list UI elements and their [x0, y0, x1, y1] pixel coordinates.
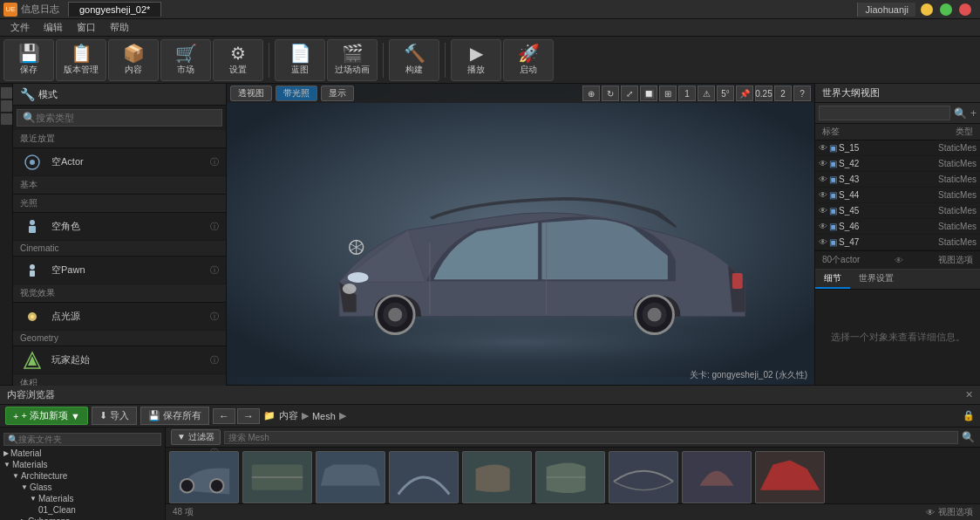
car-svg [227, 84, 814, 385]
lock-icon[interactable]: 🔒 [963, 410, 975, 421]
menu-window[interactable]: 窗口 [70, 19, 103, 36]
mode-icon-1[interactable] [1, 87, 12, 99]
outline-row-6[interactable]: 👁 ▣ S_46 StaticMes [815, 219, 980, 235]
asset-search-icon[interactable]: 🔍 [962, 431, 975, 443]
tree-search-input[interactable] [18, 434, 157, 444]
jiaohuanji-label: Jiaohuanji [857, 3, 915, 17]
asset-item-s35[interactable]: S_35 [682, 451, 752, 503]
play-icon: ▶ [470, 44, 483, 62]
toolbar-launch[interactable]: 🚀 启动 [503, 39, 554, 81]
outline-row-7[interactable]: 👁 ▣ S_47 StaticMes [815, 235, 980, 250]
asset-item-s34[interactable]: S_34 [609, 451, 678, 503]
asset-item-s29[interactable]: S_29 [242, 451, 312, 503]
toolbar-market[interactable]: 🛒 市场 [160, 39, 211, 81]
maximize-button[interactable] [940, 3, 952, 16]
vp-icon-warning[interactable]: ⚠ [698, 86, 715, 101]
toolbar-settings[interactable]: ⚙ 设置 [213, 39, 263, 81]
asset-item-s28[interactable]: S_28 [169, 451, 239, 503]
vp-icon-rotate[interactable]: ↻ [602, 86, 619, 101]
tree-item-01clean[interactable]: 01_Clean [0, 504, 165, 516]
settings-label: 设置 [229, 64, 247, 76]
asset-search-input[interactable] [224, 431, 958, 444]
bottom-view-options[interactable]: 👁 视图选项 [926, 506, 973, 518]
vp-icon-angle[interactable]: 5° [717, 86, 734, 101]
tree-label-glass-materials: Materials [38, 494, 74, 503]
outline-row[interactable]: 👁 ▣ S_15 StaticMes [815, 140, 980, 156]
toolbar-cutscene[interactable]: 🎬 过场动画 [327, 39, 378, 81]
minimize-button[interactable] [921, 3, 933, 16]
vp-icon-scale[interactable]: ⤢ [621, 86, 638, 101]
tree-item-glass-materials[interactable]: Materials [0, 493, 165, 504]
menu-help[interactable]: 帮助 [103, 19, 136, 36]
toolbar-build[interactable]: 🔨 构建 [389, 39, 439, 81]
vp-icon-more[interactable]: ? [793, 86, 811, 101]
vp-lit-btn[interactable]: 带光照 [276, 86, 317, 101]
vp-icon-1[interactable]: 1 [678, 86, 696, 101]
menu-edit[interactable]: 编辑 [37, 19, 70, 36]
mode-icon-3[interactable] [1, 113, 12, 125]
pawn-icon [20, 258, 44, 283]
settings-icon: ⚙ [230, 44, 246, 62]
asset-item-s36[interactable]: S_36 [755, 451, 825, 503]
item-empty-actor[interactable]: 空Actor ⓘ [13, 148, 226, 176]
vp-icon-translate[interactable]: ⊕ [582, 86, 600, 101]
import-button[interactable]: ⬇ 导入 [92, 407, 137, 425]
active-tab[interactable]: gongyesheji_02* [68, 2, 161, 17]
toolbar-blueprint[interactable]: 📄 蓝图 [275, 39, 325, 81]
tab-detail[interactable]: 细节 [815, 270, 850, 289]
close-button[interactable] [959, 3, 971, 16]
item-count: 48 项 [173, 506, 194, 518]
asset-item-s31[interactable]: S_31 [389, 451, 459, 503]
outline-search-input[interactable] [819, 106, 950, 120]
vp-icon-val[interactable]: 0.25 [755, 86, 772, 101]
item-light[interactable]: 点光源 ⓘ [13, 303, 226, 331]
tree-item-architecture[interactable]: Architecture [0, 470, 165, 482]
outline-search-row: 🔍 + [815, 103, 980, 124]
vp-show-btn[interactable]: 显示 [321, 86, 354, 101]
outline-add-icon[interactable]: + [970, 107, 977, 120]
vp-perspective-btn[interactable]: 透视图 [230, 86, 272, 101]
tree-item-cubemaps[interactable]: Cubemaps [0, 516, 165, 520]
outline-row-5[interactable]: 👁 ▣ S_45 StaticMes [815, 203, 980, 219]
detail-content: 选择一个对象来查看详细信息。 [815, 290, 980, 385]
mode-icon-2[interactable] [1, 100, 12, 112]
item-character[interactable]: 空角色 ⓘ [13, 213, 226, 241]
vp-icon-num[interactable]: 2 [774, 86, 792, 101]
vp-icon-grid[interactable]: ⊞ [659, 86, 677, 101]
add-new-button[interactable]: + + 添加新项 ▼ [5, 407, 88, 425]
breadcrumb-mesh[interactable]: Mesh [312, 411, 336, 421]
vp-icon-snap[interactable]: 🔲 [640, 86, 657, 101]
placement-search-input[interactable] [36, 113, 216, 123]
item-player-start[interactable]: 玩家起始 ⓘ [13, 346, 226, 374]
vp-icon-pin[interactable]: 📌 [736, 86, 753, 101]
tree-item-glass[interactable]: Glass [0, 482, 165, 493]
nav-back[interactable]: ← [213, 408, 235, 424]
toolbar-play[interactable]: ▶ 播放 [451, 39, 501, 81]
svg-point-25 [348, 272, 369, 283]
player-start-icon [20, 348, 44, 373]
viewport[interactable]: 透视图 带光照 显示 ⊕ ↻ ⤢ 🔲 ⊞ 1 ⚠ 5° 📌 0.25 2 ? [227, 84, 814, 385]
toolbar-save[interactable]: 💾 保存 [3, 39, 54, 81]
outline-row-2[interactable]: 👁 ▣ S_42 StaticMes [815, 156, 980, 172]
item-pawn[interactable]: 空Pawn ⓘ [13, 257, 226, 284]
asset-item-s30[interactable]: S_30 [316, 451, 385, 503]
svg-point-4 [30, 264, 35, 270]
outline-row-3[interactable]: 👁 ▣ S_43 StaticMes [815, 172, 980, 188]
breadcrumb-root[interactable]: 内容 [279, 409, 298, 422]
toolbar-version[interactable]: 📋 版本管理 [56, 39, 106, 81]
detail-tabs: 细节 世界设置 [815, 269, 980, 290]
tab-world[interactable]: 世界设置 [850, 270, 902, 289]
menu-file[interactable]: 文件 [3, 19, 37, 36]
filter-button[interactable]: ▼ 过滤器 [171, 429, 221, 445]
eye-icon-4: 👁 [819, 190, 827, 200]
outline-row-4[interactable]: 👁 ▣ S_44 StaticMes [815, 188, 980, 203]
content-browser-close[interactable]: ✕ [965, 389, 973, 400]
view-options-label[interactable]: 视图选项 [938, 254, 973, 266]
tree-item-materials[interactable]: Materials [0, 459, 165, 470]
asset-item-s32[interactable]: S_32 [462, 451, 532, 503]
save-all-button[interactable]: 💾 保存所有 [140, 407, 209, 425]
tree-item-material[interactable]: Material [0, 448, 165, 459]
nav-forward[interactable]: → [237, 408, 260, 424]
asset-item-s33[interactable]: S_33 [535, 451, 605, 503]
toolbar-content[interactable]: 📦 内容 [108, 39, 159, 81]
